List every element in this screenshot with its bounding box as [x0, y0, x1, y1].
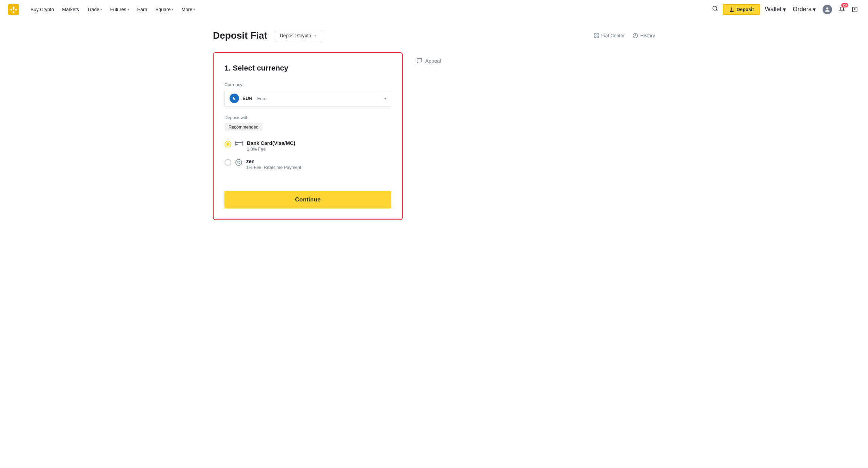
- notification-badge: 20: [841, 3, 848, 7]
- notifications-button[interactable]: 20: [837, 4, 847, 15]
- deposit-with-section: Deposit with Recommended: [224, 115, 391, 173]
- continue-button[interactable]: Continue: [224, 191, 391, 209]
- nav-links: Buy Crypto Markets Trade ▾ Futures ▾ Ear…: [27, 5, 710, 14]
- currency-code: EUR: [242, 96, 253, 101]
- search-button[interactable]: [710, 3, 720, 15]
- binance-logo-icon: [8, 4, 19, 15]
- trade-chevron-icon: ▾: [100, 7, 102, 11]
- page-header-left: Deposit Fiat Deposit Crypto →: [213, 30, 323, 41]
- history-icon: [633, 33, 638, 38]
- payment-option-bank-card[interactable]: Bank Card(Visa/MC) 1.8% Fee: [224, 137, 391, 155]
- history-link[interactable]: History: [633, 33, 655, 38]
- nav-right: Deposit Wallet ▾ Orders ▾ 20: [710, 3, 860, 16]
- page-title: Deposit Fiat: [213, 30, 267, 41]
- more-chevron-icon: ▾: [193, 7, 195, 11]
- page-content: Deposit Fiat Deposit Crypto → Fiat Cente…: [197, 19, 671, 231]
- bank-card-radio[interactable]: [224, 141, 231, 148]
- avatar: [823, 5, 832, 14]
- svg-point-11: [236, 159, 242, 165]
- bank-card-details: Bank Card(Visa/MC) 1.8% Fee: [247, 140, 295, 152]
- orders-button[interactable]: Orders ▾: [791, 4, 818, 15]
- currency-selector[interactable]: € EUR Euro ▾: [224, 90, 391, 107]
- zen-name: zen: [246, 158, 301, 164]
- appeal-section: Appeal: [416, 52, 441, 64]
- bank-card-radio-fill: [226, 142, 230, 146]
- wallet-chevron-icon: ▾: [783, 6, 786, 13]
- person-icon: [825, 7, 830, 12]
- page-header-right: Fiat Center History: [594, 33, 655, 38]
- currency-dropdown-icon: ▾: [384, 96, 386, 101]
- orders-chevron-icon: ▾: [813, 6, 816, 13]
- svg-rect-3: [594, 34, 596, 35]
- zen-details: zen 1% Fee, Real-time Payment: [246, 158, 301, 170]
- nav-buy-crypto[interactable]: Buy Crypto: [27, 5, 57, 14]
- bank-card-icon: [235, 141, 243, 148]
- main-layout: 1. Select currency Currency € EUR Euro ▾…: [213, 52, 655, 220]
- download-button[interactable]: [850, 4, 860, 15]
- profile-button[interactable]: [821, 3, 834, 16]
- square-chevron-icon: ▾: [172, 7, 173, 11]
- svg-rect-9: [235, 142, 243, 143]
- payment-option-zen[interactable]: zen 1% Fee, Real-time Payment: [224, 155, 391, 173]
- deposit-with-label: Deposit with: [224, 115, 391, 120]
- zen-fee: 1% Fee, Real-time Payment: [246, 165, 301, 170]
- nav-markets[interactable]: Markets: [59, 5, 82, 14]
- eur-icon: €: [230, 94, 239, 103]
- bank-card-fee: 1.8% Fee: [247, 147, 295, 152]
- zen-icon: [235, 159, 242, 168]
- download-icon: [852, 6, 858, 13]
- deposit-form-card: 1. Select currency Currency € EUR Euro ▾…: [213, 52, 403, 220]
- nav-trade[interactable]: Trade ▾: [84, 5, 105, 14]
- nav-square[interactable]: Square ▾: [152, 5, 177, 14]
- recommended-badge: Recommended: [224, 123, 262, 131]
- svg-rect-8: [236, 141, 243, 146]
- svg-rect-5: [594, 36, 596, 38]
- nav-earn[interactable]: Earn: [134, 5, 151, 14]
- appeal-link[interactable]: Appeal: [416, 58, 441, 64]
- appeal-icon: [416, 58, 422, 64]
- wallet-button[interactable]: Wallet ▾: [763, 4, 788, 15]
- bank-card-name: Bank Card(Visa/MC): [247, 140, 295, 146]
- nav-futures[interactable]: Futures ▾: [107, 5, 132, 14]
- nav-more[interactable]: More ▾: [178, 5, 198, 14]
- svg-rect-10: [236, 144, 238, 145]
- search-icon: [712, 5, 718, 12]
- page-header: Deposit Fiat Deposit Crypto → Fiat Cente…: [213, 30, 655, 41]
- currency-full-name: Euro: [257, 96, 267, 101]
- card-title: 1. Select currency: [224, 64, 391, 73]
- currency-field-label: Currency: [224, 82, 391, 87]
- svg-rect-6: [597, 36, 599, 38]
- navbar: Buy Crypto Markets Trade ▾ Futures ▾ Ear…: [0, 0, 868, 19]
- zen-radio[interactable]: [224, 159, 231, 166]
- deposit-crypto-button[interactable]: Deposit Crypto →: [274, 30, 323, 41]
- fiat-center-icon: [594, 33, 599, 38]
- futures-chevron-icon: ▾: [127, 7, 129, 11]
- deposit-icon: [729, 7, 734, 12]
- svg-point-1: [713, 6, 717, 10]
- deposit-button[interactable]: Deposit: [723, 4, 760, 15]
- fiat-center-link[interactable]: Fiat Center: [594, 33, 625, 38]
- svg-rect-4: [597, 34, 599, 35]
- logo[interactable]: [8, 4, 19, 15]
